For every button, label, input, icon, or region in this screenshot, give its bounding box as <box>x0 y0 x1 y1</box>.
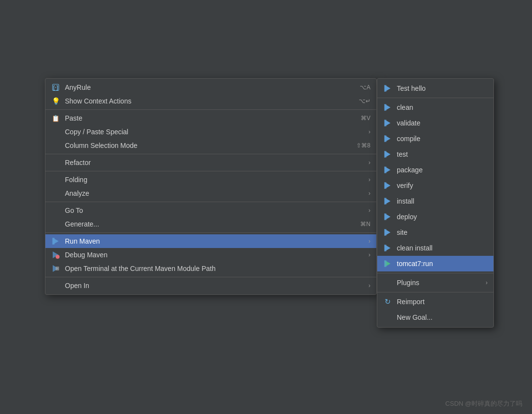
goto-icon <box>50 206 61 215</box>
column-selection-icon <box>50 141 61 150</box>
submenu-item-new-goal[interactable]: New Goal... <box>377 310 493 325</box>
menu-item-copy-paste-special[interactable]: Copy / Paste Special › <box>45 125 376 139</box>
validate-maven-icon <box>382 118 393 128</box>
svg-rect-27 <box>384 245 387 251</box>
menu-item-paste[interactable]: 📋 Paste ⌘V <box>45 111 376 125</box>
svg-point-3 <box>56 255 60 259</box>
test-label: test <box>397 150 488 158</box>
separator-2 <box>45 154 376 154</box>
copy-paste-special-arrow: › <box>368 128 370 135</box>
plugins-label: Plugins <box>397 279 486 287</box>
paste-shortcut: ⌘V <box>361 115 370 122</box>
menu-item-goto[interactable]: Go To › <box>45 204 376 217</box>
new-goal-label: New Goal... <box>397 313 488 321</box>
anyrule-label: AnyRule <box>65 83 350 91</box>
submenu-item-verify[interactable]: verify <box>377 178 493 193</box>
submenu-item-install[interactable]: install <box>377 193 493 209</box>
submenu-item-clean-install[interactable]: clean install <box>377 240 493 256</box>
folding-label: Folding <box>65 176 365 184</box>
submenu-item-plugins[interactable]: Plugins › <box>377 275 493 290</box>
open-in-icon <box>50 281 61 290</box>
deploy-label: deploy <box>397 213 488 221</box>
analyze-icon <box>50 189 61 198</box>
svg-rect-29 <box>384 260 387 267</box>
svg-rect-5 <box>56 267 59 270</box>
menu-item-run-maven[interactable]: Run Maven › <box>45 234 376 248</box>
paste-label: Paste <box>65 114 351 122</box>
open-in-arrow: › <box>368 282 370 289</box>
separator-4 <box>45 202 376 202</box>
menu-item-open-in[interactable]: Open In › <box>45 279 376 292</box>
menu-item-generate[interactable]: Generate... ⌘N <box>45 217 376 231</box>
test-maven-icon <box>382 149 393 159</box>
new-goal-icon <box>382 312 393 322</box>
submenu-separator-2 <box>377 273 493 273</box>
site-maven-icon <box>382 228 393 237</box>
submenu-item-reimport[interactable]: ↻ Reimport <box>377 294 493 310</box>
svg-rect-17 <box>384 166 387 173</box>
svg-rect-9 <box>384 104 387 111</box>
reimport-label: Reimport <box>397 298 488 306</box>
submenu-item-site[interactable]: site <box>377 225 493 240</box>
submenu-item-tomcat-run[interactable]: tomcat7:run <box>377 256 493 271</box>
anyrule-icon: [∙] <box>50 83 61 92</box>
svg-rect-11 <box>384 120 387 126</box>
menu-item-column-selection[interactable]: Column Selection Mode ⇧⌘8 <box>45 139 376 152</box>
refactor-icon <box>50 158 61 167</box>
svg-rect-15 <box>384 151 387 158</box>
menu-item-debug-maven[interactable]: Debug Maven › <box>45 248 376 262</box>
anyrule-shortcut: ⌥A <box>360 84 370 91</box>
install-maven-icon <box>382 196 393 206</box>
submenu-item-package[interactable]: package <box>377 162 493 178</box>
clean-maven-icon <box>382 103 393 112</box>
clipboard-icon: 📋 <box>50 114 61 123</box>
compile-label: compile <box>397 135 488 143</box>
submenu-separator-3 <box>377 292 493 292</box>
submenu-separator-1 <box>377 98 493 98</box>
package-maven-icon <box>382 165 393 175</box>
context-menu: [∙] AnyRule ⌥A 💡 Show Context Actions ⌥↵… <box>45 78 377 295</box>
plugins-icon <box>382 278 393 288</box>
plugins-arrow: › <box>486 279 488 286</box>
menu-item-refactor[interactable]: Refactor › <box>45 156 376 169</box>
analyze-label: Analyze <box>65 189 365 197</box>
column-selection-label: Column Selection Mode <box>65 142 347 149</box>
open-in-label: Open In <box>65 282 365 290</box>
refactor-label: Refactor <box>65 159 365 166</box>
tomcat-run-icon <box>382 259 393 269</box>
menu-item-analyze[interactable]: Analyze › <box>45 186 376 200</box>
test-hello-label: Test hello <box>397 84 488 92</box>
goto-arrow: › <box>368 207 370 214</box>
generate-icon <box>50 220 61 228</box>
debug-maven-arrow: › <box>368 251 370 258</box>
clean-label: clean <box>397 104 488 111</box>
debug-maven-icon <box>50 250 61 259</box>
goto-label: Go To <box>65 207 365 214</box>
separator-6 <box>45 277 376 277</box>
validate-label: validate <box>397 119 488 127</box>
submenu-item-deploy[interactable]: deploy <box>377 209 493 225</box>
compile-maven-icon <box>382 134 393 144</box>
separator-5 <box>45 232 376 233</box>
submenu-item-test[interactable]: test <box>377 146 493 162</box>
menu-item-anyrule[interactable]: [∙] AnyRule ⌥A <box>45 81 376 94</box>
package-label: package <box>397 166 488 174</box>
svg-rect-21 <box>384 198 387 205</box>
refactor-arrow: › <box>368 159 370 166</box>
svg-rect-7 <box>384 85 387 92</box>
debug-maven-label: Debug Maven <box>65 251 365 259</box>
submenu-item-compile[interactable]: compile <box>377 131 493 146</box>
svg-rect-25 <box>384 229 387 236</box>
reimport-icon: ↻ <box>382 297 393 307</box>
menu-item-open-terminal[interactable]: Open Terminal at the Current Maven Modul… <box>45 262 376 275</box>
folding-icon <box>50 175 61 184</box>
analyze-arrow: › <box>368 190 370 197</box>
submenu-item-clean[interactable]: clean <box>377 100 493 115</box>
menu-item-show-context-actions[interactable]: 💡 Show Context Actions ⌥↵ <box>45 94 376 108</box>
test-hello-maven-icon <box>382 83 393 93</box>
column-selection-shortcut: ⇧⌘8 <box>356 142 370 149</box>
submenu-item-validate[interactable]: validate <box>377 115 493 131</box>
separator-3 <box>45 171 376 171</box>
submenu-item-test-hello[interactable]: Test hello <box>377 81 493 96</box>
menu-item-folding[interactable]: Folding › <box>45 173 376 186</box>
